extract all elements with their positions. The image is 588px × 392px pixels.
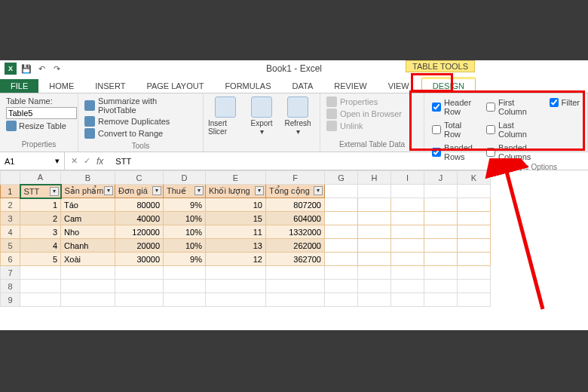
name-box[interactable]: A1▾	[0, 152, 65, 170]
ext-properties-button: Properties	[326, 96, 418, 107]
properties-icon	[326, 96, 337, 107]
header-row-checkbox[interactable]: Header Row	[432, 98, 479, 116]
column-headers[interactable]: ABCDEFGHIJK	[1, 171, 491, 185]
tab-review[interactable]: REVIEW	[323, 79, 377, 93]
spreadsheet-grid[interactable]: ABCDEFGHIJK 1 STT▾ Sản phẩm▾ Đơn giá▾ Th…	[0, 170, 588, 307]
tab-home[interactable]: HOME	[38, 79, 84, 93]
export-button[interactable]: Export▾	[244, 96, 279, 149]
banded-rows-checkbox[interactable]: Banded Rows	[432, 143, 479, 161]
export-icon	[251, 96, 272, 118]
tab-design[interactable]: DESIGN	[421, 78, 476, 93]
group-properties: Table Name: Resize Table Properties	[0, 93, 78, 152]
filter-button-checkbox[interactable]: Filter	[550, 98, 580, 107]
refresh-button[interactable]: Refresh▾	[280, 96, 315, 149]
excel-icon: X	[5, 63, 17, 75]
chevron-down-icon: ▾	[260, 127, 264, 136]
undo-icon[interactable]: ↶	[36, 63, 47, 74]
table-header-row[interactable]: 1 STT▾ Sản phẩm▾ Đơn giá▾ Thuế▾ Khối lượ…	[1, 185, 491, 198]
convert-range-button[interactable]: Convert to Range	[84, 128, 197, 139]
empty-row: 9	[1, 293, 491, 307]
unlink-icon	[326, 121, 337, 131]
group-slicer-export: Insert Slicer Export▾ Refresh▾	[204, 93, 320, 152]
last-column-checkbox[interactable]: Last Column	[486, 121, 542, 139]
filter-dropdown-icon[interactable]: ▾	[194, 186, 204, 195]
quick-access-toolbar: 💾 ↶ ↷	[21, 63, 62, 74]
filter-dropdown-icon[interactable]: ▾	[314, 186, 323, 195]
chevron-down-icon: ▾	[55, 156, 60, 166]
open-in-browser-button: Open in Browser	[326, 109, 418, 119]
tab-page-layout[interactable]: PAGE LAYOUT	[136, 79, 214, 93]
tab-view[interactable]: VIEW	[378, 79, 420, 93]
tab-formulas[interactable]: FORMULAS	[214, 79, 281, 93]
excel-window: X 💾 ↶ ↷ Book1 - Excel TABLE TOOLS FILE H…	[0, 60, 588, 330]
table-row: 54Chanh2000010%13262000	[1, 239, 491, 253]
filter-dropdown-icon[interactable]: ▾	[255, 186, 264, 195]
table-name-label: Table Name:	[6, 96, 72, 106]
refresh-icon	[287, 96, 308, 118]
table-name-input[interactable]	[6, 107, 77, 119]
filter-dropdown-icon[interactable]: ▾	[104, 186, 113, 195]
fx-icon[interactable]: fx	[96, 156, 103, 167]
tab-file[interactable]: FILE	[0, 79, 38, 93]
table-row: 32Cam4000010%15604000	[1, 212, 491, 225]
contextual-tab-label: TABLE TOOLS	[406, 60, 475, 72]
insert-slicer-button[interactable]: Insert Slicer	[208, 96, 243, 149]
empty-row: 8	[1, 280, 491, 293]
chevron-down-icon: ▾	[296, 127, 300, 136]
slicer-icon	[215, 96, 236, 118]
group-tools: Summarize with PivotTable Remove Duplica…	[78, 93, 204, 152]
banded-columns-checkbox[interactable]: Banded Columns	[486, 143, 542, 161]
first-column-checkbox[interactable]: First Column	[486, 98, 542, 116]
table-row: 65Xoài300009%12362700	[1, 253, 491, 266]
resize-table-button[interactable]: Resize Table	[6, 121, 72, 131]
remove-dup-icon	[84, 116, 95, 127]
ribbon: Table Name: Resize Table Properties Summ…	[0, 93, 588, 152]
browser-icon	[326, 109, 337, 119]
enter-icon[interactable]: ✓	[84, 156, 90, 167]
filter-dropdown-icon[interactable]: ▾	[50, 187, 59, 196]
total-row-checkbox[interactable]: Total Row	[432, 121, 479, 139]
empty-row: 7	[1, 266, 491, 280]
title-bar: X 💾 ↶ ↷ Book1 - Excel TABLE TOOLS	[0, 60, 588, 77]
resize-icon	[6, 121, 17, 131]
redo-icon[interactable]: ↷	[51, 63, 62, 74]
unlink-button: Unlink	[326, 121, 418, 131]
ribbon-tabs: FILE HOME INSERT PAGE LAYOUT FORMULAS DA…	[0, 77, 588, 93]
table-row: 43Nho12000010%111332000	[1, 225, 491, 239]
convert-icon	[84, 128, 95, 139]
pivot-icon	[84, 100, 95, 111]
filter-dropdown-icon[interactable]: ▾	[152, 186, 161, 195]
group-external-data: Properties Open in Browser Unlink Extern…	[320, 93, 424, 152]
cancel-icon[interactable]: ✕	[71, 156, 78, 167]
remove-duplicates-button[interactable]: Remove Duplicates	[84, 116, 197, 127]
window-title: Book1 - Excel	[266, 63, 322, 74]
summarize-pivot-button[interactable]: Summarize with PivotTable	[84, 96, 197, 115]
tab-insert[interactable]: INSERT	[84, 79, 136, 93]
save-icon[interactable]: 💾	[21, 63, 32, 74]
table-row: 21Táo800009%10807200	[1, 198, 491, 212]
group-table-style-options: Header Row Total Row Banded Rows First C…	[424, 93, 588, 152]
tab-data[interactable]: DATA	[282, 79, 324, 93]
